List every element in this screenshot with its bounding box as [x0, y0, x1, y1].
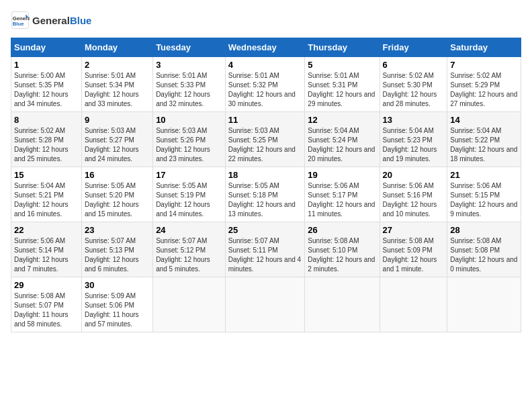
calendar-cell: 16Sunrise: 5:05 AMSunset: 5:20 PMDayligh… [81, 167, 152, 222]
day-info: Sunrise: 5:08 AMSunset: 5:07 PMDaylight:… [14, 291, 79, 329]
day-number: 5 [308, 60, 376, 70]
day-number: 9 [85, 115, 150, 125]
calendar-cell: 26Sunrise: 5:08 AMSunset: 5:10 PMDayligh… [305, 222, 380, 277]
day-number: 10 [156, 115, 222, 125]
calendar-cell: 19Sunrise: 5:06 AMSunset: 5:17 PMDayligh… [305, 167, 380, 222]
day-number: 17 [156, 170, 222, 180]
calendar-cell: 24Sunrise: 5:07 AMSunset: 5:12 PMDayligh… [153, 222, 226, 277]
calendar-cell [447, 277, 521, 332]
day-number: 19 [308, 170, 376, 180]
calendar-cell: 7Sunrise: 5:02 AMSunset: 5:29 PMDaylight… [447, 57, 521, 112]
day-number: 1 [14, 60, 79, 70]
calendar-cell: 8Sunrise: 5:02 AMSunset: 5:28 PMDaylight… [11, 112, 82, 167]
day-info: Sunrise: 5:04 AMSunset: 5:24 PMDaylight:… [308, 126, 376, 164]
day-number: 7 [450, 60, 518, 70]
calendar-cell: 14Sunrise: 5:04 AMSunset: 5:22 PMDayligh… [447, 112, 521, 167]
day-info: Sunrise: 5:05 AMSunset: 5:19 PMDaylight:… [156, 181, 222, 219]
calendar-cell: 4Sunrise: 5:01 AMSunset: 5:32 PMDaylight… [225, 57, 305, 112]
day-info: Sunrise: 5:03 AMSunset: 5:26 PMDaylight:… [156, 126, 222, 164]
calendar-cell [380, 277, 447, 332]
calendar-cell: 25Sunrise: 5:07 AMSunset: 5:11 PMDayligh… [225, 222, 305, 277]
day-info: Sunrise: 5:05 AMSunset: 5:18 PMDaylight:… [228, 181, 302, 219]
calendar-cell: 13Sunrise: 5:04 AMSunset: 5:23 PMDayligh… [380, 112, 447, 167]
calendar-cell [225, 277, 305, 332]
day-info: Sunrise: 5:07 AMSunset: 5:13 PMDaylight:… [85, 236, 150, 274]
calendar-cell: 5Sunrise: 5:01 AMSunset: 5:31 PMDaylight… [305, 57, 380, 112]
day-number: 12 [308, 115, 376, 125]
calendar-week-row: 8Sunrise: 5:02 AMSunset: 5:28 PMDaylight… [11, 112, 521, 167]
day-number: 27 [383, 225, 445, 235]
weekday-header: Monday [81, 38, 152, 57]
weekday-header: Sunday [11, 38, 82, 57]
day-info: Sunrise: 5:09 AMSunset: 5:06 PMDaylight:… [85, 291, 150, 329]
calendar-cell: 15Sunrise: 5:04 AMSunset: 5:21 PMDayligh… [11, 167, 82, 222]
day-info: Sunrise: 5:00 AMSunset: 5:35 PMDaylight:… [14, 71, 79, 109]
day-info: Sunrise: 5:02 AMSunset: 5:28 PMDaylight:… [14, 126, 79, 164]
weekday-header: Saturday [447, 38, 521, 57]
day-number: 20 [383, 170, 445, 180]
day-number: 13 [383, 115, 445, 125]
calendar-cell: 10Sunrise: 5:03 AMSunset: 5:26 PMDayligh… [153, 112, 226, 167]
day-info: Sunrise: 5:08 AMSunset: 5:08 PMDaylight:… [450, 236, 518, 274]
calendar-week-row: 15Sunrise: 5:04 AMSunset: 5:21 PMDayligh… [11, 167, 521, 222]
calendar-week-row: 1Sunrise: 5:00 AMSunset: 5:35 PMDaylight… [11, 57, 521, 112]
day-info: Sunrise: 5:04 AMSunset: 5:23 PMDaylight:… [383, 126, 445, 164]
day-info: Sunrise: 5:03 AMSunset: 5:27 PMDaylight:… [85, 126, 150, 164]
calendar-cell [305, 277, 380, 332]
day-number: 14 [450, 115, 518, 125]
day-number: 24 [156, 225, 222, 235]
day-number: 23 [85, 225, 150, 235]
day-info: Sunrise: 5:04 AMSunset: 5:22 PMDaylight:… [450, 126, 518, 164]
day-info: Sunrise: 5:01 AMSunset: 5:32 PMDaylight:… [228, 71, 302, 109]
weekday-header: Tuesday [153, 38, 226, 57]
day-number: 22 [14, 225, 79, 235]
calendar-body: 1Sunrise: 5:00 AMSunset: 5:35 PMDaylight… [11, 57, 521, 332]
svg-text:Blue: Blue [13, 21, 24, 27]
day-info: Sunrise: 5:01 AMSunset: 5:34 PMDaylight:… [85, 71, 150, 109]
day-info: Sunrise: 5:06 AMSunset: 5:17 PMDaylight:… [308, 181, 376, 219]
day-number: 28 [450, 225, 518, 235]
weekday-header: Friday [380, 38, 447, 57]
logo-icon: General Blue [11, 11, 30, 30]
calendar-week-row: 22Sunrise: 5:06 AMSunset: 5:14 PMDayligh… [11, 222, 521, 277]
day-info: Sunrise: 5:06 AMSunset: 5:16 PMDaylight:… [383, 181, 445, 219]
calendar-cell: 21Sunrise: 5:06 AMSunset: 5:15 PMDayligh… [447, 167, 521, 222]
calendar-cell: 6Sunrise: 5:02 AMSunset: 5:30 PMDaylight… [380, 57, 447, 112]
calendar-cell: 1Sunrise: 5:00 AMSunset: 5:35 PMDaylight… [11, 57, 82, 112]
weekday-header: Thursday [305, 38, 380, 57]
calendar-cell: 3Sunrise: 5:01 AMSunset: 5:33 PMDaylight… [153, 57, 226, 112]
day-number: 3 [156, 60, 222, 70]
calendar-table: SundayMondayTuesdayWednesdayThursdayFrid… [11, 38, 521, 332]
calendar-cell: 12Sunrise: 5:04 AMSunset: 5:24 PMDayligh… [305, 112, 380, 167]
day-number: 11 [228, 115, 302, 125]
calendar-cell: 11Sunrise: 5:03 AMSunset: 5:25 PMDayligh… [225, 112, 305, 167]
page-container: General Blue GeneralBlue SundayMondayTue… [0, 0, 532, 338]
calendar-cell: 17Sunrise: 5:05 AMSunset: 5:19 PMDayligh… [153, 167, 226, 222]
calendar-cell: 23Sunrise: 5:07 AMSunset: 5:13 PMDayligh… [81, 222, 152, 277]
calendar-cell [153, 277, 226, 332]
calendar-cell: 28Sunrise: 5:08 AMSunset: 5:08 PMDayligh… [447, 222, 521, 277]
day-info: Sunrise: 5:02 AMSunset: 5:29 PMDaylight:… [450, 71, 518, 109]
day-number: 25 [228, 225, 302, 235]
day-info: Sunrise: 5:08 AMSunset: 5:10 PMDaylight:… [308, 236, 376, 274]
day-number: 2 [85, 60, 150, 70]
day-info: Sunrise: 5:07 AMSunset: 5:11 PMDaylight:… [228, 236, 302, 274]
day-info: Sunrise: 5:01 AMSunset: 5:31 PMDaylight:… [308, 71, 376, 109]
day-number: 8 [14, 115, 79, 125]
day-info: Sunrise: 5:02 AMSunset: 5:30 PMDaylight:… [383, 71, 445, 109]
calendar-cell: 9Sunrise: 5:03 AMSunset: 5:27 PMDaylight… [81, 112, 152, 167]
day-info: Sunrise: 5:08 AMSunset: 5:09 PMDaylight:… [383, 236, 445, 274]
day-number: 26 [308, 225, 376, 235]
day-number: 15 [14, 170, 79, 180]
day-info: Sunrise: 5:04 AMSunset: 5:21 PMDaylight:… [14, 181, 79, 219]
day-number: 6 [383, 60, 445, 70]
day-info: Sunrise: 5:05 AMSunset: 5:20 PMDaylight:… [85, 181, 150, 219]
day-number: 16 [85, 170, 150, 180]
day-number: 21 [450, 170, 518, 180]
calendar-week-row: 29Sunrise: 5:08 AMSunset: 5:07 PMDayligh… [11, 277, 521, 332]
day-info: Sunrise: 5:01 AMSunset: 5:33 PMDaylight:… [156, 71, 222, 109]
calendar-header-row: SundayMondayTuesdayWednesdayThursdayFrid… [11, 38, 521, 57]
calendar-cell: 2Sunrise: 5:01 AMSunset: 5:34 PMDaylight… [81, 57, 152, 112]
calendar-cell: 30Sunrise: 5:09 AMSunset: 5:06 PMDayligh… [81, 277, 152, 332]
calendar-cell: 27Sunrise: 5:08 AMSunset: 5:09 PMDayligh… [380, 222, 447, 277]
